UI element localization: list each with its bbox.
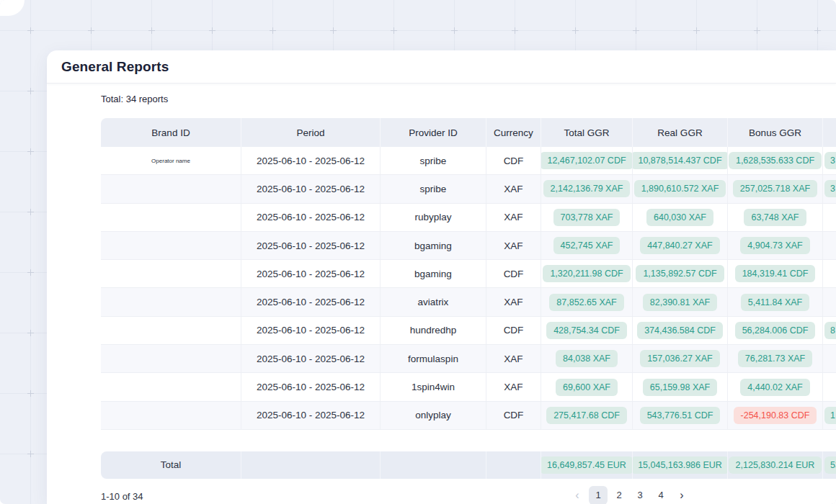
ggr-value-badge: 257,025.718 XAF <box>733 180 817 197</box>
table-total-row: Total16,649,857.45 EUR15,045,163.986 EUR… <box>101 451 836 479</box>
cell-bonus_ggr: 184,319.41 CDF <box>728 260 823 287</box>
cell-clipped: 8 <box>823 317 836 344</box>
ggr-value-badge: 1,628,535.633 CDF <box>729 152 822 169</box>
column-header-currency: Currency <box>486 118 541 147</box>
cell-brand <box>101 175 241 202</box>
grid-cross <box>451 27 458 34</box>
cell-clipped <box>823 204 836 231</box>
grid-cross <box>754 27 760 34</box>
cell-provider: aviatrix <box>381 288 486 315</box>
ggr-value-badge: 84,038 XAF <box>556 350 618 367</box>
cell-bonus_ggr: 5,411.84 XAF <box>728 288 823 315</box>
page: General Reports Total: 34 reports Brand … <box>0 0 836 504</box>
grid-cross <box>572 27 579 34</box>
cell-real_ggr: 1,890,610.572 XAF <box>633 175 728 202</box>
ggr-value-badge: 428,754.34 CDF <box>546 322 627 339</box>
grid-cross <box>27 27 34 34</box>
general-reports-card: General Reports Total: 34 reports Brand … <box>47 50 836 504</box>
cell-period: 2025-06-10 - 2025-06-12 <box>241 288 381 315</box>
cell-currency: CDF <box>486 317 541 344</box>
cell-provider: spribe <box>381 175 486 202</box>
cell-clipped: 3 <box>823 175 836 202</box>
table-row: 2025-06-10 - 2025-06-12aviatrixXAF87,852… <box>101 288 836 316</box>
table-row: 2025-06-10 - 2025-06-12spribeXAF2,142,13… <box>101 175 836 203</box>
ggr-value-badge: 2,142,136.79 XAF <box>543 180 631 197</box>
column-header-period: Period <box>241 118 381 147</box>
ggr-value-badge: 76,281.73 XAF <box>738 350 812 367</box>
grid-cross <box>330 27 337 34</box>
pagination-page-1[interactable]: 1 <box>589 486 608 504</box>
cell-provider: onlyplay <box>381 402 486 429</box>
cell-clipped <box>823 373 836 400</box>
cell-total_ggr: 452,745 XAF <box>541 232 633 259</box>
cell-bonus_ggr: 4,904.73 XAF <box>728 232 823 259</box>
cell-period: 2025-06-10 - 2025-06-12 <box>241 175 381 202</box>
cell-brand <box>101 402 241 429</box>
cell-brand <box>101 317 241 344</box>
grid-cross <box>209 27 215 34</box>
cell-clipped: 3 <box>823 147 836 174</box>
column-header-total_ggr: Total GGR <box>541 118 633 147</box>
ggr-value-badge: 12,467,102.07 CDF <box>541 152 633 169</box>
cell-currency: XAF <box>486 232 541 259</box>
grid-cross <box>148 27 155 34</box>
cell-brand <box>101 345 241 372</box>
table-row: Operator name2025-06-10 - 2025-06-12spri… <box>101 147 836 175</box>
ggr-value-badge: 447,840.27 XAF <box>640 237 719 254</box>
grid-cross <box>27 451 34 457</box>
ggr-value-badge: 4,904.73 XAF <box>740 237 809 254</box>
cell-currency: XAF <box>486 204 541 231</box>
cell-period: 2025-06-10 - 2025-06-12 <box>241 317 381 344</box>
total-cell-empty <box>381 451 486 479</box>
ggr-value-badge: 3 <box>824 152 836 169</box>
cell-currency: CDF <box>486 147 541 174</box>
cell-provider: hundredhp <box>381 317 486 344</box>
column-header-clipped <box>823 118 836 147</box>
ggr-value-badge: 87,852.65 XAF <box>549 294 623 311</box>
table-body: Operator name2025-06-10 - 2025-06-12spri… <box>101 147 836 430</box>
ggr-value-badge: 1,890,610.572 XAF <box>634 180 726 197</box>
cell-bonus_ggr: 63,748 XAF <box>728 204 823 231</box>
column-header-brand: Brand ID <box>101 118 241 147</box>
cell-period: 2025-06-10 - 2025-06-12 <box>241 345 381 372</box>
pagination-prev-button[interactable]: ‹ <box>568 486 587 504</box>
grid-cross <box>814 27 821 34</box>
pagination-page-4[interactable]: 4 <box>652 486 670 504</box>
pagination-page-2[interactable]: 2 <box>610 486 628 504</box>
cell-period: 2025-06-10 - 2025-06-12 <box>241 373 381 400</box>
cell-provider: rubyplay <box>381 204 486 231</box>
ggr-value-badge: 3 <box>824 180 836 197</box>
ggr-value-badge: 69,600 XAF <box>556 379 618 396</box>
pagination-page-3[interactable]: 3 <box>631 486 649 504</box>
card-header: General Reports <box>47 50 836 84</box>
ggr-value-badge: 543,776.51 CDF <box>640 407 721 424</box>
cell-total_ggr: 428,754.34 CDF <box>541 317 633 344</box>
cell-provider: spribe <box>381 147 486 174</box>
ggr-value-badge: 10,878,514.437 CDF <box>633 152 728 169</box>
cell-provider: 1spin4win <box>381 373 486 400</box>
cell-real_ggr: 543,776.51 CDF <box>633 402 728 429</box>
grid-cross <box>512 27 518 34</box>
ggr-value-badge: 16,649,857.45 EUR <box>541 456 633 474</box>
cell-clipped: 1 <box>823 402 836 429</box>
cell-total_ggr: 703,778 XAF <box>541 204 633 231</box>
cell-currency: CDF <box>486 402 541 429</box>
card-body: Total: 34 reports Brand IDPeriodProvider… <box>47 84 836 504</box>
ggr-value-badge: -254,190.83 CDF <box>734 407 817 424</box>
cell-bonus_ggr: 257,025.718 XAF <box>728 175 823 202</box>
total-cell-label: Total <box>101 451 241 479</box>
cell-currency: CDF <box>486 260 541 287</box>
table-row: 2025-06-10 - 2025-06-12bgamingCDF1,320,2… <box>101 260 836 288</box>
ggr-value-badge: 1,135,892.57 CDF <box>636 265 724 282</box>
pagination-next-button[interactable]: › <box>672 486 691 504</box>
cell-real_ggr: 1,135,892.57 CDF <box>633 260 728 287</box>
cell-total_ggr: 1,320,211.98 CDF <box>541 260 633 287</box>
grid-cross <box>27 148 34 155</box>
column-header-provider: Provider ID <box>381 118 486 147</box>
pagination: ‹1234› <box>568 486 691 504</box>
cell-clipped <box>823 288 836 315</box>
total-cell-total_ggr: 16,649,857.45 EUR <box>541 451 633 479</box>
grid-cross <box>27 209 34 215</box>
ggr-value-badge: 640,030 XAF <box>646 209 713 226</box>
cell-period: 2025-06-10 - 2025-06-12 <box>241 204 381 231</box>
